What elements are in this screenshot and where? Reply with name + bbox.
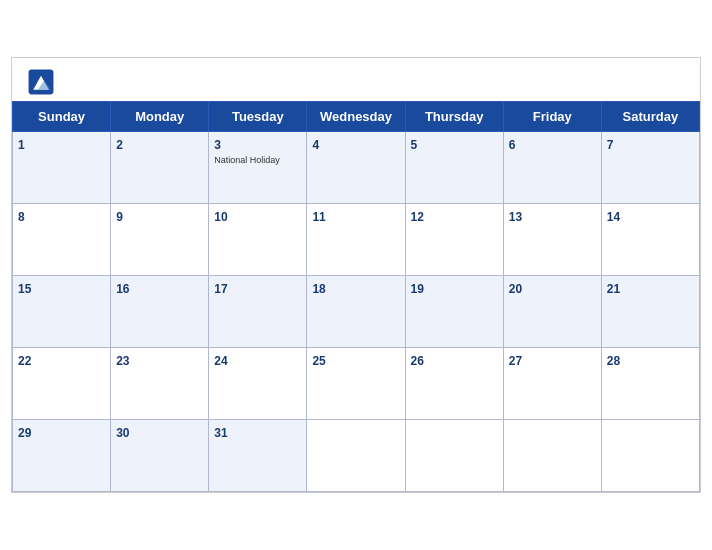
- day-number: 1: [18, 138, 25, 152]
- calendar-cell: 26: [405, 348, 503, 420]
- day-number: 3: [214, 138, 221, 152]
- day-number: 24: [214, 354, 227, 368]
- day-number: 16: [116, 282, 129, 296]
- calendar-container: Sunday Monday Tuesday Wednesday Thursday…: [11, 57, 701, 493]
- calendar-cell: 7: [601, 132, 699, 204]
- day-number: 17: [214, 282, 227, 296]
- calendar-cell: 13: [503, 204, 601, 276]
- calendar-cell: 9: [111, 204, 209, 276]
- day-number: 6: [509, 138, 516, 152]
- calendar-grid: Sunday Monday Tuesday Wednesday Thursday…: [12, 101, 700, 492]
- day-number: 31: [214, 426, 227, 440]
- calendar-cell: 8: [13, 204, 111, 276]
- calendar-cell: 31: [209, 420, 307, 492]
- week-row-4: 22232425262728: [13, 348, 700, 420]
- header-thursday: Thursday: [405, 102, 503, 132]
- header-monday: Monday: [111, 102, 209, 132]
- calendar-cell: 10: [209, 204, 307, 276]
- day-number: 7: [607, 138, 614, 152]
- day-number: 28: [607, 354, 620, 368]
- day-number: 29: [18, 426, 31, 440]
- week-row-2: 891011121314: [13, 204, 700, 276]
- holiday-label: National Holiday: [214, 155, 301, 165]
- day-number: 15: [18, 282, 31, 296]
- day-number: 27: [509, 354, 522, 368]
- day-number: 20: [509, 282, 522, 296]
- calendar-cell: 25: [307, 348, 405, 420]
- day-number: 11: [312, 210, 325, 224]
- calendar-cell: 19: [405, 276, 503, 348]
- calendar-cell: 18: [307, 276, 405, 348]
- calendar-cell: 17: [209, 276, 307, 348]
- day-number: 2: [116, 138, 123, 152]
- day-number: 26: [411, 354, 424, 368]
- calendar-header: [12, 58, 700, 101]
- day-number: 8: [18, 210, 25, 224]
- calendar-cell: 27: [503, 348, 601, 420]
- day-number: 23: [116, 354, 129, 368]
- calendar-cell: 4: [307, 132, 405, 204]
- calendar-cell: 30: [111, 420, 209, 492]
- calendar-cell: 5: [405, 132, 503, 204]
- day-number: 19: [411, 282, 424, 296]
- header-saturday: Saturday: [601, 102, 699, 132]
- calendar-cell: [601, 420, 699, 492]
- header-friday: Friday: [503, 102, 601, 132]
- week-row-3: 15161718192021: [13, 276, 700, 348]
- calendar-cell: 15: [13, 276, 111, 348]
- day-number: 4: [312, 138, 319, 152]
- calendar-cell: 21: [601, 276, 699, 348]
- calendar-cell: 12: [405, 204, 503, 276]
- calendar-cell: [307, 420, 405, 492]
- calendar-cell: 23: [111, 348, 209, 420]
- calendar-cell: 29: [13, 420, 111, 492]
- week-row-5: 293031: [13, 420, 700, 492]
- day-number: 22: [18, 354, 31, 368]
- calendar-cell: 22: [13, 348, 111, 420]
- week-row-1: 123National Holiday4567: [13, 132, 700, 204]
- day-number: 12: [411, 210, 424, 224]
- calendar-cell: 2: [111, 132, 209, 204]
- calendar-cell: 6: [503, 132, 601, 204]
- header-sunday: Sunday: [13, 102, 111, 132]
- header-tuesday: Tuesday: [209, 102, 307, 132]
- header-wednesday: Wednesday: [307, 102, 405, 132]
- day-number: 21: [607, 282, 620, 296]
- day-number: 30: [116, 426, 129, 440]
- calendar-cell: [405, 420, 503, 492]
- calendar-cell: 16: [111, 276, 209, 348]
- day-number: 13: [509, 210, 522, 224]
- calendar-cell: 1: [13, 132, 111, 204]
- logo: [27, 68, 59, 96]
- day-number: 5: [411, 138, 418, 152]
- calendar-cell: 20: [503, 276, 601, 348]
- day-number: 10: [214, 210, 227, 224]
- logo-icon: [27, 68, 55, 96]
- day-number: 25: [312, 354, 325, 368]
- calendar-cell: 28: [601, 348, 699, 420]
- weekday-header-row: Sunday Monday Tuesday Wednesday Thursday…: [13, 102, 700, 132]
- calendar-cell: [503, 420, 601, 492]
- calendar-cell: 3National Holiday: [209, 132, 307, 204]
- day-number: 14: [607, 210, 620, 224]
- day-number: 18: [312, 282, 325, 296]
- calendar-cell: 24: [209, 348, 307, 420]
- calendar-cell: 14: [601, 204, 699, 276]
- calendar-cell: 11: [307, 204, 405, 276]
- day-number: 9: [116, 210, 123, 224]
